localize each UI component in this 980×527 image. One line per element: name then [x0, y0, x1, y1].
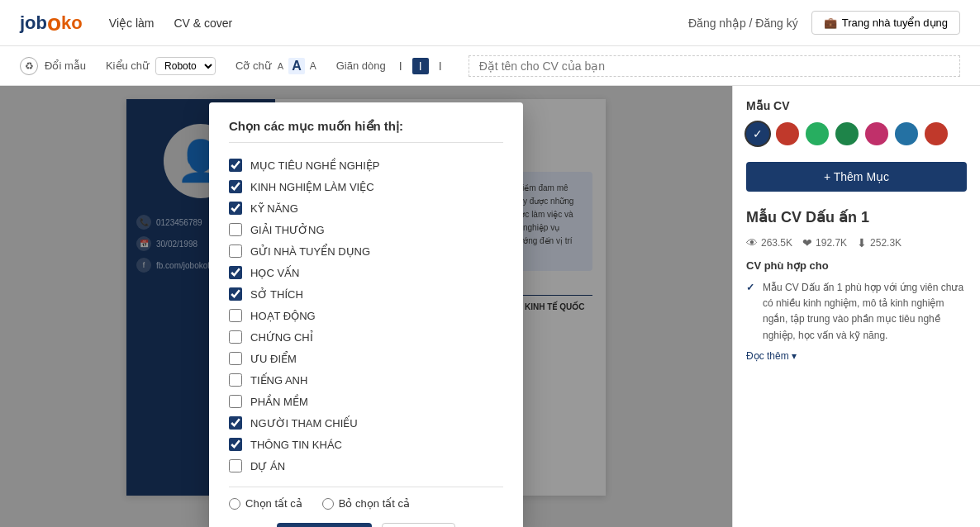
checkbox-2[interactable] [229, 202, 242, 215]
auth-links[interactable]: Đăng nhập / Đăng ký [688, 17, 798, 30]
deselect-all-radio[interactable]: Bỏ chọn tất cả [322, 497, 410, 510]
color-options: ✓ [746, 122, 967, 145]
checkbox-item: THÔNG TIN KHÁC [229, 434, 503, 455]
checkbox-item: NGƯỜI THAM CHIẾU [229, 412, 503, 434]
checkbox-label-10[interactable]: TIẾNG ANH [250, 374, 307, 387]
deselect-all-input[interactable] [322, 498, 334, 510]
spacing-icon-right[interactable]: I [432, 58, 449, 74]
gian-dong-item: Giãn dòng I I I [336, 58, 449, 74]
stat-icon-0: 👁 [746, 236, 758, 249]
main-layout: 👤 📞 0123456789 📅 30/02/1998 f fb.com/job… [0, 86, 980, 527]
logo-oko-text: ko [61, 12, 83, 34]
checkbox-5[interactable] [229, 266, 242, 279]
stat-item-2: ⬇252.3K [857, 236, 902, 249]
checkbox-item: MỤC TIÊU NGHỀ NGHIỆP [229, 154, 503, 176]
select-all-input[interactable] [229, 498, 240, 510]
doi-mau-item[interactable]: ♻ Đổi mẫu [20, 57, 86, 75]
checkbox-4[interactable] [229, 245, 242, 258]
checkbox-12[interactable] [229, 416, 242, 430]
checkbox-13[interactable] [229, 438, 242, 451]
color-dot-6[interactable] [925, 122, 948, 145]
checkbox-14[interactable] [229, 459, 242, 472]
font-select[interactable]: Roboto [155, 57, 216, 75]
read-more-link[interactable]: Đọc thêm ▾ [746, 350, 797, 362]
checkbox-label-7[interactable]: HOẠT ĐỘNG [250, 310, 316, 322]
add-section-button[interactable]: + Thêm Mục [746, 162, 967, 192]
checkbox-label-13[interactable]: THÔNG TIN KHÁC [250, 439, 342, 451]
template-name: Mẫu CV Dấu ấn 1 [746, 208, 967, 226]
kieu-chu-item: Kiểu chữ Roboto [106, 57, 216, 75]
checkbox-9[interactable] [229, 352, 242, 365]
checkbox-6[interactable] [229, 287, 242, 301]
nav: Việc làm CV & cover [109, 17, 662, 30]
color-dot-5[interactable] [895, 122, 918, 145]
checkbox-11[interactable] [229, 395, 242, 408]
nav-cv[interactable]: CV & cover [174, 17, 232, 30]
checkbox-label-8[interactable]: CHỨNG CHỈ [250, 331, 313, 344]
spacing-controls: I I I [392, 58, 449, 74]
cancel-button[interactable]: Hủy bỏ [382, 523, 455, 527]
modal-actions: Cập nhật Hủy bỏ [229, 523, 503, 527]
checkbox-label-9[interactable]: ƯU ĐIỂM [250, 353, 297, 365]
select-all-label: Chọn tất cả [245, 497, 302, 510]
font-size-medium[interactable]: A [310, 60, 316, 72]
update-button[interactable]: Cập nhật [277, 523, 372, 527]
checkbox-0[interactable] [229, 159, 242, 172]
header-right: Đăng nhập / Đăng ký 💼 Trang nhà tuyển dụ… [688, 11, 960, 35]
spacing-icon-left[interactable]: I [392, 58, 409, 74]
checkbox-item: TIẾNG ANH [229, 369, 503, 391]
stat-value-1: 192.7K [816, 237, 847, 249]
checkbox-label-1[interactable]: KINH NGHIỆM LÀM VIỆC [250, 181, 374, 193]
checkbox-item: GỬI NHÀ TUYỂN DỤNG [229, 240, 503, 262]
checkbox-label-3[interactable]: GIẢI THƯỞNG [250, 224, 325, 236]
recycle-icon: ♻ [20, 57, 38, 75]
color-dot-4[interactable] [865, 122, 888, 145]
checkbox-item: SỞ THÍCH [229, 283, 503, 305]
modal-divider [229, 487, 503, 487]
select-all-radio[interactable]: Chọn tất cả [229, 497, 302, 510]
nav-viec-lam[interactable]: Việc làm [109, 17, 155, 30]
cv-title-input[interactable] [469, 55, 960, 77]
checkbox-item: CHỨNG CHỈ [229, 326, 503, 348]
modal-title: Chọn các mục muốn hiển thị: [229, 119, 503, 143]
checkbox-8[interactable] [229, 330, 242, 344]
doi-mau-label: Đổi mẫu [45, 59, 86, 72]
logo-dot: o [47, 10, 61, 36]
gian-dong-label: Giãn dòng [336, 59, 386, 72]
checkbox-label-6[interactable]: SỞ THÍCH [250, 288, 303, 301]
checkbox-item: GIẢI THƯỞNG [229, 219, 503, 240]
stat-icon-1: ❤ [802, 236, 812, 249]
checkbox-item: DỰ ÁN [229, 455, 503, 477]
logo-job-text: job [20, 12, 47, 34]
deselect-all-label: Bỏ chọn tất cả [339, 497, 410, 510]
font-size-small[interactable]: A [278, 61, 283, 71]
stat-item-0: 👁263.5K [746, 236, 792, 249]
color-dot-1[interactable] [776, 122, 799, 145]
employer-button[interactable]: 💼 Trang nhà tuyển dụng [811, 11, 960, 35]
cv-editor: 👤 📞 0123456789 📅 30/02/1998 f fb.com/job… [0, 86, 732, 527]
modal-overlay: Chọn các mục muốn hiển thị: MỤC TIÊU NGH… [0, 86, 732, 527]
color-dot-0[interactable]: ✓ [746, 122, 769, 145]
checkbox-7[interactable] [229, 309, 242, 322]
co-chu-item: Cỡ chữ A A A [235, 58, 316, 74]
checkbox-label-2[interactable]: KỸ NĂNG [250, 202, 298, 215]
logo[interactable]: joboko [20, 10, 83, 36]
checkbox-label-11[interactable]: PHẦN MỀM [250, 396, 308, 408]
checkbox-item: KỸ NĂNG [229, 197, 503, 219]
checkbox-label-14[interactable]: DỰ ÁN [250, 460, 285, 472]
checkbox-label-0[interactable]: MỤC TIÊU NGHỀ NGHIỆP [250, 159, 380, 172]
font-size-controls: A A A [278, 58, 316, 74]
checkbox-item: HỌC VẤN [229, 262, 503, 283]
font-size-large[interactable]: A [288, 58, 305, 74]
checkbox-label-12[interactable]: NGƯỜI THAM CHIẾU [250, 417, 358, 430]
color-dot-3[interactable] [835, 122, 859, 145]
checkbox-1[interactable] [229, 180, 242, 193]
spacing-icon-middle[interactable]: I [412, 58, 429, 74]
color-dot-2[interactable] [806, 122, 829, 145]
checkbox-label-5[interactable]: HỌC VẤN [250, 267, 299, 279]
checkbox-3[interactable] [229, 223, 242, 236]
template-stats: 👁263.5K❤192.7K⬇252.3K [746, 236, 967, 249]
checkbox-10[interactable] [229, 373, 242, 387]
checkbox-item: PHẦN MỀM [229, 391, 503, 412]
checkbox-label-4[interactable]: GỬI NHÀ TUYỂN DỤNG [250, 245, 370, 258]
